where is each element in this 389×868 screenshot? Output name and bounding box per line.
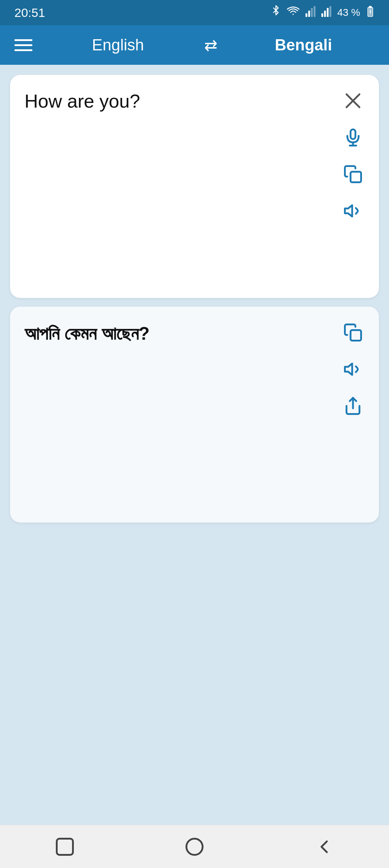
source-card: How are you? xyxy=(10,75,379,298)
bluetooth-icon xyxy=(271,5,281,21)
speak-source-button[interactable] xyxy=(340,198,366,224)
svg-rect-17 xyxy=(350,172,361,182)
toolbar: English ⇄ Bengali xyxy=(0,25,389,65)
microphone-button[interactable] xyxy=(340,125,366,150)
battery-text: 43 % xyxy=(337,7,360,18)
translation-text: আপনি কেমন আছেন? xyxy=(24,321,365,346)
svg-rect-7 xyxy=(330,6,331,17)
svg-marker-18 xyxy=(345,205,352,217)
svg-rect-0 xyxy=(305,13,307,17)
swap-languages-button[interactable]: ⇄ xyxy=(193,36,229,54)
svg-rect-22 xyxy=(57,838,73,855)
source-text[interactable]: How are you? xyxy=(24,89,365,114)
status-icons: 43 % xyxy=(271,5,375,21)
speak-translation-button[interactable] xyxy=(340,356,366,382)
copy-translation-button[interactable] xyxy=(340,320,366,345)
menu-line-1 xyxy=(14,39,32,41)
recents-button[interactable] xyxy=(47,832,83,861)
svg-rect-6 xyxy=(327,8,328,17)
home-button[interactable] xyxy=(176,832,213,861)
translation-actions xyxy=(340,320,366,419)
source-actions xyxy=(340,88,366,224)
svg-rect-2 xyxy=(311,8,313,17)
svg-rect-1 xyxy=(308,10,310,17)
svg-rect-9 xyxy=(369,6,372,8)
svg-point-23 xyxy=(187,838,203,855)
signal2-icon xyxy=(321,6,331,19)
copy-source-button[interactable] xyxy=(340,161,366,187)
signal-icon xyxy=(305,6,316,19)
svg-rect-14 xyxy=(350,130,356,139)
menu-button[interactable] xyxy=(11,36,43,55)
svg-rect-5 xyxy=(324,10,326,17)
wifi-icon xyxy=(287,6,300,19)
svg-rect-19 xyxy=(350,330,361,340)
menu-line-2 xyxy=(14,44,32,46)
target-language-button[interactable]: Bengali xyxy=(229,36,378,54)
source-language-button[interactable]: English xyxy=(43,36,193,54)
swap-icon: ⇄ xyxy=(204,36,218,54)
menu-line-3 xyxy=(14,49,32,51)
share-translation-button[interactable] xyxy=(340,393,366,419)
clear-button[interactable] xyxy=(340,88,366,114)
main-content: How are you? xyxy=(0,65,389,825)
battery-icon xyxy=(366,6,375,20)
back-button[interactable] xyxy=(306,832,342,861)
status-time: 20:51 xyxy=(14,6,45,20)
svg-marker-20 xyxy=(345,363,352,375)
nav-bar xyxy=(0,825,389,868)
translation-card: আপনি কেমন আছেন? xyxy=(10,307,379,523)
status-bar: 20:51 xyxy=(0,0,389,25)
svg-rect-3 xyxy=(314,6,316,17)
svg-rect-4 xyxy=(321,13,323,17)
